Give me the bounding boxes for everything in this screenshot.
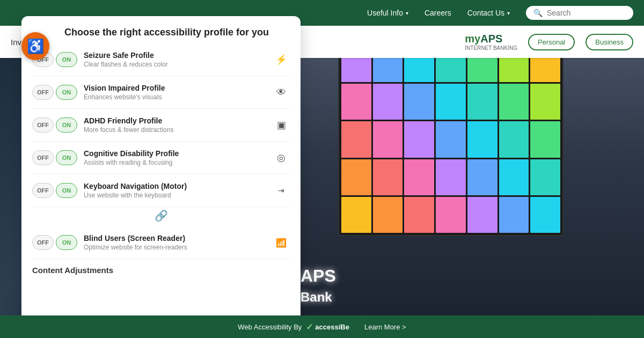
seizure-safe-row: OFF ON Seizure Safe Profile Clear flashe…	[32, 43, 290, 76]
facade-cell	[530, 197, 560, 233]
contact-us-chevron: ▾	[507, 10, 510, 16]
accessibe-checkmark-icon: ✓	[306, 322, 313, 332]
adhd-desc: More focus & fewer distractions	[84, 126, 266, 134]
seizure-safe-on-btn[interactable]: ON	[56, 52, 77, 67]
vision-impaired-row: OFF ON Vision Impaired Profile Enhances …	[32, 76, 290, 109]
link-icon-row: 🔗	[32, 207, 290, 226]
personal-button[interactable]: Personal	[528, 34, 575, 50]
seizure-safe-name: Seizure Safe Profile	[84, 51, 266, 60]
facade-cell	[436, 84, 466, 120]
facade-cell	[530, 159, 560, 195]
blind-users-name: Blind Users (Screen Reader)	[84, 234, 266, 243]
adhd-name: ADHD Friendly Profile	[84, 116, 266, 125]
cognitive-off-btn[interactable]: OFF	[32, 150, 54, 165]
footer-learn-more-link[interactable]: Learn More >	[364, 323, 406, 331]
adhd-on-btn[interactable]: ON	[56, 117, 77, 133]
myaps-my-text: my	[465, 33, 480, 45]
facade-cell	[436, 121, 466, 157]
cognitive-on-btn[interactable]: ON	[56, 150, 77, 165]
cognitive-info: Cognitive Disability Profile Assists wit…	[84, 149, 266, 166]
adhd-off-btn[interactable]: OFF	[32, 117, 54, 133]
facade-cell	[499, 197, 529, 233]
facade-cell	[373, 121, 403, 157]
facade-cell	[530, 121, 560, 157]
vision-impaired-on-btn[interactable]: ON	[56, 85, 77, 100]
cognitive-desc: Assists with reading & focusing	[84, 159, 266, 166]
seizure-safe-info: Seizure Safe Profile Clear flashes & red…	[84, 51, 266, 68]
facade-cell	[373, 84, 403, 120]
facade-cell	[436, 159, 466, 195]
blind-users-toggle-group[interactable]: OFF ON	[32, 235, 77, 250]
accessibility-panel: Choose the right accessibility profile f…	[21, 16, 301, 322]
business-button[interactable]: Business	[586, 34, 633, 50]
seizure-safe-desc: Clear flashes & reduces color	[84, 61, 266, 68]
adhd-info: ADHD Friendly Profile More focus & fewer…	[84, 116, 266, 134]
facade-cell	[467, 197, 497, 233]
footer-bar: Web Accessibility By ✓ accessiBe Learn M…	[0, 315, 644, 338]
myaps-aps-text: APS	[480, 33, 502, 45]
facade-cell	[341, 121, 371, 157]
vision-impaired-info: Vision Impaired Profile Enhances website…	[84, 84, 266, 101]
adhd-toggle-group[interactable]: OFF ON	[32, 117, 77, 133]
vision-impaired-icon: 👁	[273, 84, 290, 101]
keyboard-nav-on-btn[interactable]: ON	[56, 183, 77, 198]
facade-cell	[404, 159, 434, 195]
keyboard-nav-desc: Use website with the keyboard	[84, 192, 266, 199]
search-icon: 🔍	[533, 9, 543, 17]
vision-impaired-name: Vision Impaired Profile	[84, 84, 266, 92]
vision-impaired-off-btn[interactable]: OFF	[32, 85, 54, 100]
vision-impaired-toggle-group[interactable]: OFF ON	[32, 85, 77, 100]
adhd-icon: ▣	[273, 116, 290, 134]
footer-web-accessibility-text: Web Accessibility By	[238, 323, 302, 331]
facade-cell	[404, 84, 434, 120]
facade-cell	[467, 159, 497, 195]
footer-accessibe-logo: ✓ accessiBe	[306, 322, 349, 332]
useful-info-chevron: ▾	[406, 10, 408, 16]
adhd-row: OFF ON ADHD Friendly Profile More focus …	[32, 109, 290, 142]
facade-cell	[404, 197, 434, 233]
aps-bank-sign: APSBank	[301, 266, 336, 306]
seizure-safe-icon: ⚡	[273, 51, 290, 68]
panel-title: Choose the right accessibility profile f…	[21, 16, 301, 43]
facade-cell	[341, 159, 371, 195]
facade-cell	[373, 197, 403, 233]
facade-cell	[341, 84, 371, 120]
accessibility-button[interactable]: ♿	[21, 32, 49, 60]
keyboard-nav-off-btn[interactable]: OFF	[32, 183, 54, 198]
facade-cell	[436, 197, 466, 233]
myaps-banking-text: INTERNET BANKING	[465, 45, 517, 51]
contact-us-label: Contact Us	[467, 9, 504, 17]
blind-users-off-btn[interactable]: OFF	[32, 235, 54, 250]
cognitive-name: Cognitive Disability Profile	[84, 149, 266, 158]
keyboard-nav-row: OFF ON Keyboard Navigation (Motor) Use w…	[32, 174, 290, 207]
useful-info-label: Useful Info	[367, 9, 403, 17]
blind-users-on-btn[interactable]: ON	[56, 235, 77, 250]
building-background: APSBank ▲APSBank	[295, 32, 644, 338]
link-icon: 🔗	[155, 209, 168, 222]
contact-us-menu[interactable]: Contact Us ▾	[467, 9, 510, 17]
myaps-logo: myAPS INTERNET BANKING	[465, 33, 517, 51]
keyboard-nav-info: Keyboard Navigation (Motor) Use website …	[84, 182, 266, 199]
facade-cell	[341, 197, 371, 233]
facade-cell	[499, 84, 529, 120]
careers-link[interactable]: Careers	[425, 9, 451, 17]
search-input[interactable]	[547, 9, 626, 17]
keyboard-nav-icon: ⇥	[273, 182, 290, 199]
accessibe-name: accessiBe	[315, 323, 349, 331]
facade-cell	[404, 121, 434, 157]
useful-info-menu[interactable]: Useful Info ▾	[367, 9, 408, 17]
building-facade	[338, 43, 564, 236]
content-adjustments-title: Content Adjustments	[32, 259, 290, 277]
careers-label: Careers	[425, 9, 451, 17]
facade-cell	[467, 84, 497, 120]
cognitive-row: OFF ON Cognitive Disability Profile Assi…	[32, 142, 290, 174]
facade-cell	[499, 121, 529, 157]
cognitive-toggle-group[interactable]: OFF ON	[32, 150, 77, 165]
blind-users-row: OFF ON Blind Users (Screen Reader) Optim…	[32, 226, 290, 259]
accessibility-person-icon: ♿	[27, 38, 44, 55]
keyboard-nav-toggle-group[interactable]: OFF ON	[32, 183, 77, 198]
facade-cell	[467, 121, 497, 157]
panel-content[interactable]: OFF ON Seizure Safe Profile Clear flashe…	[21, 43, 301, 322]
cognitive-icon: ◎	[273, 149, 290, 166]
search-box[interactable]: 🔍	[526, 6, 633, 20]
